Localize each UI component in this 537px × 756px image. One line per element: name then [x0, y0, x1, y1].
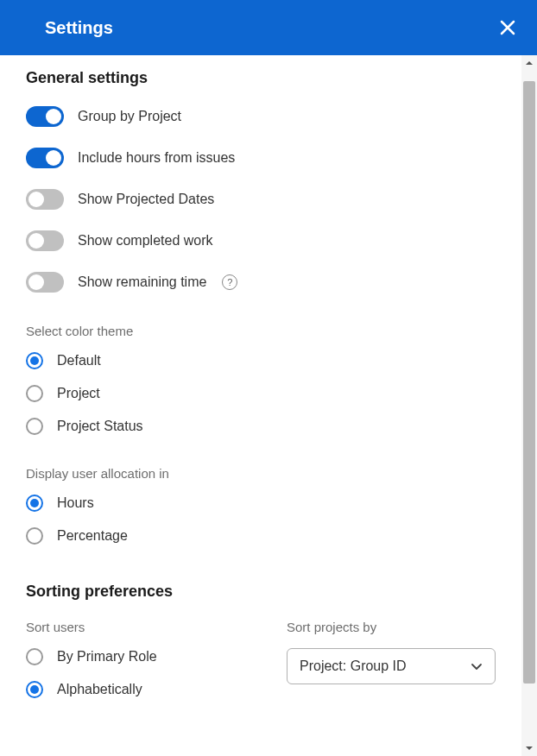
radio-label: Alphabetically [57, 682, 142, 697]
radio-input[interactable] [26, 418, 43, 435]
radio-input[interactable] [26, 385, 43, 402]
radio-input[interactable] [26, 495, 43, 512]
toggle-label: Show completed work [78, 233, 213, 249]
sort-users-label: Sort users [26, 620, 235, 634]
toggle-label: Show remaining time [78, 274, 206, 290]
radio-input[interactable] [26, 648, 43, 665]
radio-sort-alphabetically[interactable]: Alphabetically [26, 681, 235, 698]
radio-sort-primary-role[interactable]: By Primary Role [26, 648, 235, 665]
toggle-switch[interactable] [26, 230, 64, 251]
toggle-remaining-time: Show remaining time ? [26, 272, 496, 293]
toggle-completed-work: Show completed work [26, 230, 496, 251]
close-icon[interactable] [499, 19, 516, 36]
toggle-switch[interactable] [26, 189, 64, 210]
radio-input[interactable] [26, 681, 43, 698]
radio-input[interactable] [26, 527, 43, 545]
sort-projects-label: Sort projects by [287, 620, 496, 634]
radio-allocation-percentage[interactable]: Percentage [26, 527, 496, 545]
dropdown-value: Project: Group ID [300, 658, 407, 674]
radio-label: By Primary Role [57, 649, 157, 665]
toggle-switch[interactable] [26, 106, 64, 127]
settings-content: General settings Group by Project Includ… [0, 55, 521, 756]
toggle-label: Include hours from issues [78, 150, 235, 166]
scroll-thumb[interactable] [523, 81, 535, 684]
color-theme-label: Select color theme [26, 324, 496, 338]
toggle-switch[interactable] [26, 148, 64, 168]
radio-label: Hours [57, 495, 94, 511]
toggle-label: Show Projected Dates [78, 192, 214, 207]
radio-label: Project [57, 386, 100, 401]
radio-label: Project Status [57, 419, 143, 434]
scroll-down-arrow[interactable] [521, 740, 537, 756]
chevron-down-icon [471, 660, 483, 672]
radio-allocation-hours[interactable]: Hours [26, 495, 496, 512]
scroll-track[interactable] [521, 71, 537, 740]
scroll-up-arrow[interactable] [521, 55, 537, 71]
toggle-projected-dates: Show Projected Dates [26, 189, 496, 210]
settings-title: Settings [45, 18, 113, 38]
toggle-label: Group by Project [78, 109, 181, 124]
allocation-label: Display user allocation in [26, 466, 496, 481]
radio-label: Default [57, 353, 101, 369]
settings-header: Settings [0, 0, 537, 55]
toggle-switch[interactable] [26, 272, 64, 293]
sorting-title: Sorting preferences [26, 583, 496, 601]
radio-color-project-status[interactable]: Project Status [26, 418, 496, 435]
radio-input[interactable] [26, 352, 43, 369]
toggle-group-by-project: Group by Project [26, 106, 496, 127]
radio-color-default[interactable]: Default [26, 352, 496, 369]
radio-color-project[interactable]: Project [26, 385, 496, 402]
general-settings-title: General settings [26, 69, 496, 87]
vertical-scrollbar[interactable] [521, 55, 537, 756]
radio-label: Percentage [57, 528, 128, 544]
help-icon[interactable]: ? [222, 274, 237, 290]
toggle-include-hours: Include hours from issues [26, 148, 496, 168]
sort-projects-dropdown[interactable]: Project: Group ID [287, 648, 496, 684]
